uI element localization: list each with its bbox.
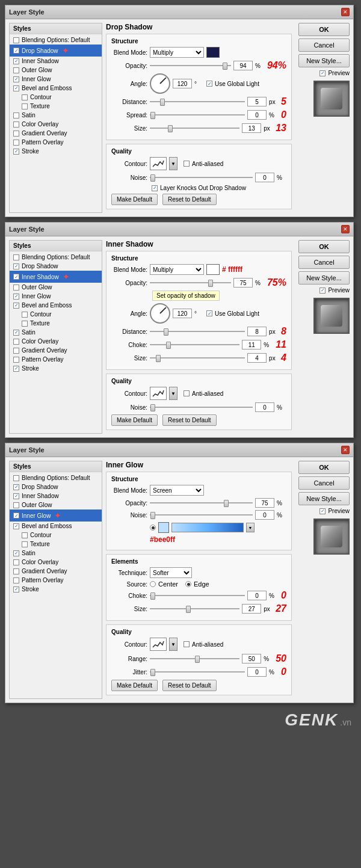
cancel-btn-3[interactable]: Cancel xyxy=(298,476,350,490)
cb-bevel-3[interactable] xyxy=(13,523,19,529)
opacity-slider-2[interactable] xyxy=(150,282,231,283)
style-texture-2[interactable]: Texture xyxy=(10,319,102,328)
style-inner-shadow-2[interactable]: Inner Shadow ✦ xyxy=(10,271,102,283)
noise-input-3[interactable] xyxy=(255,510,274,520)
radio-color-3[interactable] xyxy=(150,525,156,531)
checkbox-bevel-1[interactable] xyxy=(13,85,19,91)
cb-inner-glow-2[interactable] xyxy=(13,294,19,300)
opacity-slider-1[interactable] xyxy=(150,65,231,66)
source-center-radio[interactable] xyxy=(150,581,156,587)
ok-btn-3[interactable]: OK xyxy=(298,461,350,474)
preview-cb-2[interactable] xyxy=(319,288,326,294)
reset-default-btn-1[interactable]: Reset to Default xyxy=(162,194,217,205)
style-outer-glow-3[interactable]: Outer Glow xyxy=(10,500,102,509)
cb-texture-2[interactable] xyxy=(22,321,28,327)
cb-outer-glow-2[interactable] xyxy=(13,285,19,291)
technique-select-3[interactable]: Softer xyxy=(150,567,192,578)
cb-satin-3[interactable] xyxy=(13,550,19,556)
close-button-2[interactable]: ✕ xyxy=(341,225,350,233)
style-bevel-emboss-1[interactable]: Bevel and Emboss xyxy=(10,84,102,93)
noise-input-1[interactable] xyxy=(255,173,274,182)
checkbox-color-overlay-1[interactable] xyxy=(13,122,19,128)
style-inner-shadow-3[interactable]: Inner Shadow xyxy=(10,491,102,500)
new-style-btn-3[interactable]: New Style... xyxy=(298,492,350,505)
contour-dropdown-2[interactable]: ▼ xyxy=(169,387,177,400)
choke-input-3[interactable] xyxy=(247,591,267,600)
make-default-btn-1[interactable]: Make Default xyxy=(111,194,158,205)
color-swatch-2[interactable] xyxy=(206,264,220,275)
gradient-dropdown-3[interactable]: ▼ xyxy=(246,523,255,532)
reset-default-btn-2[interactable]: Reset to Default xyxy=(162,414,217,426)
cb-inner-glow-3[interactable] xyxy=(13,512,19,519)
opacity-input-2[interactable] xyxy=(233,278,253,288)
distance-slider-2[interactable] xyxy=(150,331,245,332)
style-inner-glow-2[interactable]: Inner Glow xyxy=(10,292,102,301)
cb-stroke-2[interactable] xyxy=(13,366,19,372)
new-style-btn-2[interactable]: New Style... xyxy=(298,271,350,285)
style-stroke-1[interactable]: Stroke xyxy=(10,147,102,156)
cancel-btn-2[interactable]: Cancel xyxy=(298,256,350,269)
checkbox-gradient-overlay-1[interactable] xyxy=(13,131,19,137)
checkbox-texture-1[interactable] xyxy=(22,103,28,109)
blend-select-3[interactable]: Screen xyxy=(150,485,204,496)
choke-input-2[interactable] xyxy=(242,340,261,349)
cb-inner-shadow-2[interactable] xyxy=(13,274,19,280)
style-inner-shadow-1[interactable]: Inner Shadow xyxy=(10,57,102,66)
style-drop-shadow-2[interactable]: Drop Shadow xyxy=(10,262,102,271)
style-texture-1[interactable]: Texture xyxy=(10,102,102,111)
distance-input-2[interactable] xyxy=(247,327,267,336)
range-slider-3[interactable] xyxy=(150,658,239,659)
style-bevel-2[interactable]: Bevel and Emboss xyxy=(10,301,102,310)
checkbox-drop-shadow-1[interactable] xyxy=(13,48,19,54)
style-texture-3[interactable]: Texture xyxy=(10,540,102,549)
blend-select-2[interactable]: Multiply xyxy=(150,264,204,275)
global-light-cb-2[interactable] xyxy=(206,310,212,316)
cb-pattern-2[interactable] xyxy=(13,357,19,363)
preview-cb-3[interactable] xyxy=(319,508,326,514)
size-input-2[interactable] xyxy=(247,353,267,363)
size-slider-3[interactable] xyxy=(150,608,239,609)
noise-slider-3[interactable] xyxy=(150,514,253,516)
cb-pattern-3[interactable] xyxy=(13,577,19,583)
cb-stroke-3[interactable] xyxy=(13,586,19,593)
cb-satin-2[interactable] xyxy=(13,330,19,336)
style-drop-shadow-1[interactable]: Drop Shadow ✦ xyxy=(10,45,102,57)
style-gradient-overlay-2[interactable]: Gradient Overlay xyxy=(10,346,102,355)
size-input-1[interactable] xyxy=(242,123,261,133)
new-style-btn-1[interactable]: New Style... xyxy=(298,54,350,67)
color-swatch-1[interactable] xyxy=(206,47,220,58)
spread-slider-1[interactable] xyxy=(150,114,245,115)
cb-inner-shadow-3[interactable] xyxy=(13,493,19,499)
close-button-1[interactable]: ✕ xyxy=(341,8,350,16)
cb-blending-3[interactable] xyxy=(13,475,19,481)
cb-outer-glow-3[interactable] xyxy=(13,502,19,508)
style-satin-2[interactable]: Satin xyxy=(10,328,102,337)
checkbox-pattern-overlay-1[interactable] xyxy=(13,140,19,146)
cb-gradient-2[interactable] xyxy=(13,348,19,354)
reset-default-btn-3[interactable]: Reset to Default xyxy=(162,680,217,691)
style-inner-glow-1[interactable]: Inner Glow xyxy=(10,75,102,84)
contour-preview-3[interactable] xyxy=(150,638,167,651)
contour-dropdown-3[interactable]: ▼ xyxy=(169,638,177,651)
noise-slider-1[interactable] xyxy=(150,177,253,178)
style-color-overlay-2[interactable]: Color Overlay xyxy=(10,337,102,346)
style-inner-glow-3[interactable]: Inner Glow ✦ xyxy=(10,509,102,522)
contour-preview-1[interactable] xyxy=(150,157,167,170)
checkbox-inner-shadow-1[interactable] xyxy=(13,58,19,64)
jitter-input-3[interactable] xyxy=(247,667,267,677)
contour-preview-2[interactable] xyxy=(150,387,167,400)
style-pattern-overlay-2[interactable]: Pattern Overlay xyxy=(10,355,102,364)
cancel-btn-1[interactable]: Cancel xyxy=(298,38,350,52)
style-contour-3[interactable]: Contour xyxy=(10,531,102,540)
checkbox-blending[interactable] xyxy=(13,37,19,43)
style-outer-glow-1[interactable]: Outer Glow xyxy=(10,66,102,75)
style-pattern-overlay-1[interactable]: Pattern Overlay xyxy=(10,138,102,147)
style-blending-3[interactable]: Blending Options: Default xyxy=(10,473,102,482)
contour-dropdown-1[interactable]: ▼ xyxy=(169,157,177,170)
style-blending-options[interactable]: Blending Options: Default xyxy=(10,35,102,45)
cb-texture-3[interactable] xyxy=(22,541,28,547)
jitter-slider-3[interactable] xyxy=(150,671,245,673)
preview-cb-1[interactable] xyxy=(319,70,326,76)
style-contour-2[interactable]: Contour xyxy=(10,310,102,319)
make-default-btn-2[interactable]: Make Default xyxy=(111,414,158,426)
